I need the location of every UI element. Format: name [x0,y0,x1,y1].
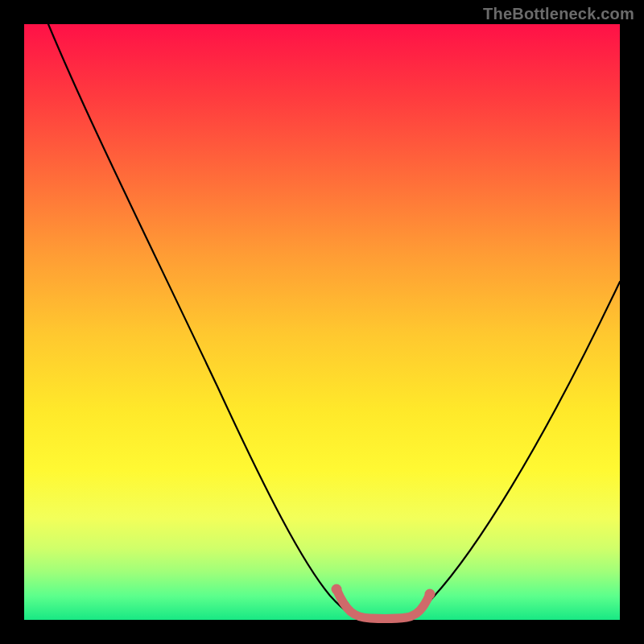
optimal-band-endpoint-left [332,584,342,595]
optimal-band-endpoint-right [425,589,436,600]
chart-frame: TheBottleneck.com [0,0,644,644]
chart-svg [24,24,620,620]
optimal-band [336,589,430,619]
watermark-text: TheBottleneck.com [483,5,634,23]
bottleneck-curve-right [402,282,620,617]
bottleneck-curve-left [48,24,362,617]
